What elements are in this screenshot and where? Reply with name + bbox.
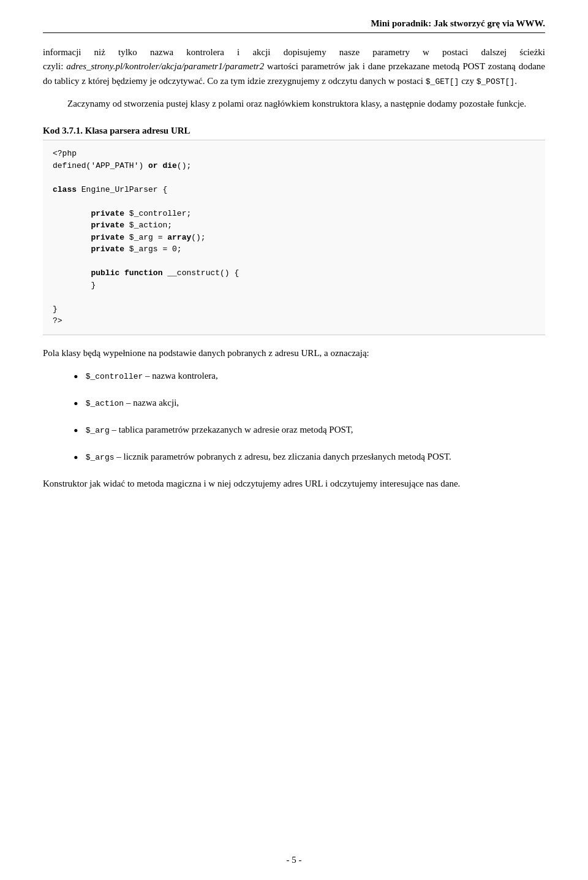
bullet-text-2: $_action – nazwa akcji, [86, 396, 545, 410]
bullet-item-3: • $_arg – tablica parametrów przekazanyc… [74, 423, 545, 441]
paragraph-1: informacji niż tylko nazwa kontrolera i … [43, 45, 545, 88]
bullet-text-3: $_arg – tablica parametrów przekazanych … [86, 423, 545, 437]
bullet3-label: – tablica parametrów przekazanych w adre… [110, 425, 353, 434]
bullet4-label: – licznik parametrów pobranych z adresu,… [115, 452, 451, 461]
code-line-11: ?> [53, 316, 62, 325]
bullet-text-4: $_args – licznik parametrów pobranych z … [86, 450, 545, 464]
p4-text: Konstruktor jak widać to metoda magiczna… [43, 479, 460, 488]
bullet-item-1: • $_controller – nazwa kontrolera, [74, 369, 545, 387]
bullet4-code: $_args [86, 453, 115, 462]
bullet1-label: – nazwa kontrolera, [143, 371, 217, 381]
p1-italic: adres_strony.pl/kontroler/akcja/parametr… [66, 61, 264, 71]
footer-text: - 5 - [287, 855, 302, 865]
bullet-item-2: • $_action – nazwa akcji, [74, 396, 545, 414]
section-label-text: Kod 3.7.1. Klasa parsera adresu URL [43, 126, 190, 135]
code-line-9: } [53, 281, 96, 290]
p3-text: Pola klasy będą wypełnione na podstawie … [43, 348, 369, 358]
paragraph-3: Pola klasy będą wypełnione na podstawie … [43, 346, 545, 360]
p1-code1: $_GET[] [426, 77, 459, 86]
bullet-dot-4: • [74, 447, 78, 468]
paragraph-2: Zaczynamy od stworzenia pustej klasy z p… [43, 97, 545, 111]
bullet-item-4: • $_args – licznik parametrów pobranych … [74, 450, 545, 468]
page: Mini poradnik: Jak stworzyć grę via WWW.… [0, 0, 588, 880]
p1-code2: $_POST[] [477, 77, 514, 86]
bullet3-code: $_arg [86, 426, 110, 435]
code-line-7: private $_args = 0; [53, 245, 182, 254]
bullet-dot-2: • [74, 393, 78, 414]
code-line-6: private $_arg = array(); [53, 233, 206, 242]
section-heading: Kod 3.7.1. Klasa parsera adresu URL [43, 126, 545, 136]
bullet2-code: $_action [86, 399, 124, 408]
page-footer: - 5 - [0, 855, 588, 865]
code-line-10: } [53, 305, 58, 314]
code-line-8: public function __construct() { [53, 268, 239, 278]
code-line-1: <?php [53, 149, 77, 158]
bullet-dot-3: • [74, 420, 78, 441]
page-header: Mini poradnik: Jak stworzyć grę via WWW. [43, 18, 545, 33]
code-line-5: private $_action; [53, 221, 172, 230]
code-line-3: class Engine_UrlParser { [53, 185, 167, 194]
header-title: Mini poradnik: Jak stworzyć grę via WWW. [371, 18, 545, 28]
bullet1-code: $_controller [86, 372, 143, 381]
p2-text: Zaczynamy od stworzenia pustej klasy z p… [67, 99, 526, 108]
paragraph-4: Konstruktor jak widać to metoda magiczna… [43, 477, 545, 491]
code-line-2: defined('APP_PATH') or die(); [53, 161, 191, 170]
p1-mid: czy [459, 76, 476, 86]
bullet2-label: – nazwa akcji, [124, 398, 179, 408]
code-line-4: private $_controller; [53, 209, 191, 218]
p1-end: . [514, 76, 517, 86]
bullet-text-1: $_controller – nazwa kontrolera, [86, 369, 545, 383]
bullet-dot-1: • [74, 366, 78, 387]
bullet-list: • $_controller – nazwa kontrolera, • $_a… [74, 369, 545, 468]
code-block: <?php defined('APP_PATH') or die(); clas… [43, 140, 545, 335]
